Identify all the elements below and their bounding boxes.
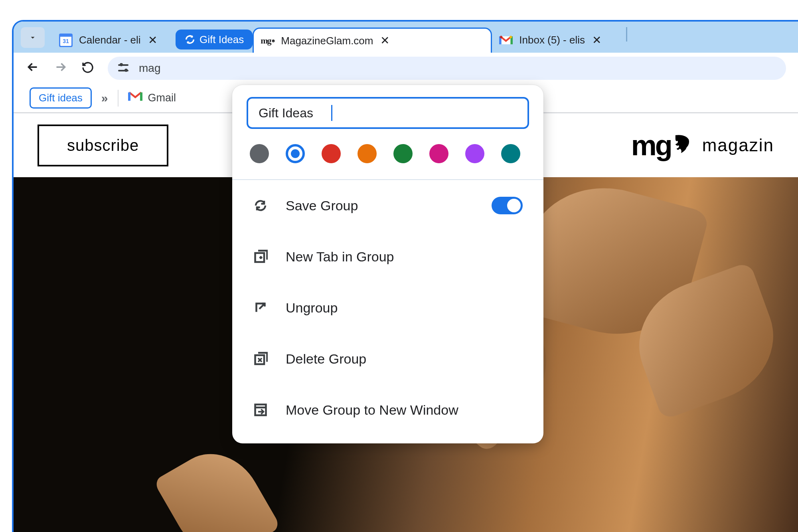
svg-point-0 bbox=[683, 137, 685, 140]
omnibox[interactable]: mag bbox=[108, 57, 786, 80]
bookmark-separator bbox=[118, 90, 119, 107]
delete-group-row[interactable]: Delete Group bbox=[232, 333, 543, 384]
color-grey[interactable] bbox=[250, 144, 269, 163]
color-cyan[interactable] bbox=[501, 144, 520, 163]
text-cursor bbox=[331, 105, 332, 121]
save-group-toggle[interactable] bbox=[492, 197, 523, 214]
gmail-icon bbox=[499, 34, 513, 47]
svg-rect-3 bbox=[255, 405, 266, 415]
calendar-icon bbox=[59, 34, 73, 47]
color-pink[interactable] bbox=[429, 144, 448, 163]
mg-icon: mg☻ bbox=[261, 34, 275, 47]
brand: mg magazin bbox=[631, 129, 774, 162]
gmail-icon bbox=[128, 91, 142, 105]
close-icon[interactable]: ✕ bbox=[148, 35, 157, 46]
new-tab-in-group-row[interactable]: New Tab in Group bbox=[232, 231, 543, 282]
color-green[interactable] bbox=[393, 144, 413, 163]
color-picker-row bbox=[232, 138, 543, 179]
tab-group-label-gift-ideas[interactable]: Gift Ideas bbox=[176, 30, 253, 49]
brand-text: magazin bbox=[702, 135, 774, 155]
bookmark-gmail[interactable]: Gmail bbox=[128, 91, 176, 105]
tab-separator bbox=[626, 27, 627, 42]
move-window-icon bbox=[253, 402, 268, 417]
tab-magazineglam-active[interactable]: mg☻ MagazineGlam.com ✕ bbox=[253, 28, 492, 53]
new-tab-icon bbox=[253, 249, 268, 264]
forward-button[interactable] bbox=[53, 60, 68, 77]
tab-inbox[interactable]: Inbox (5) - elis ✕ bbox=[492, 28, 624, 53]
brand-logo-icon: mg bbox=[631, 129, 692, 162]
site-settings-icon[interactable] bbox=[118, 63, 130, 73]
reload-button[interactable] bbox=[81, 61, 94, 75]
tab-calendar[interactable]: Calendar - eli ✕ bbox=[52, 28, 176, 53]
ungroup-label: Ungroup bbox=[286, 300, 338, 316]
tab-title: MagazineGlam.com bbox=[281, 35, 373, 47]
delete-group-label: Delete Group bbox=[286, 351, 366, 367]
ungroup-icon bbox=[253, 300, 268, 315]
close-icon[interactable]: ✕ bbox=[592, 35, 601, 46]
toolbar: mag bbox=[14, 53, 798, 84]
group-name-input-wrap[interactable] bbox=[247, 97, 529, 129]
tab-group-edit-popup: Save Group New Tab in Group Ungroup Dele… bbox=[232, 85, 543, 443]
tab-search-button[interactable] bbox=[21, 27, 45, 48]
omnibox-text: mag bbox=[139, 62, 160, 75]
sync-icon bbox=[253, 198, 268, 213]
move-window-label: Move Group to New Window bbox=[286, 402, 458, 418]
sync-icon bbox=[184, 34, 196, 45]
save-group-label: Save Group bbox=[286, 198, 358, 214]
group-name-input[interactable] bbox=[259, 106, 329, 121]
save-group-row[interactable]: Save Group bbox=[232, 180, 543, 231]
color-red[interactable] bbox=[322, 144, 341, 163]
back-button[interactable] bbox=[26, 60, 40, 77]
bookmark-label: Gmail bbox=[148, 92, 176, 104]
tab-group-title: Gift Ideas bbox=[200, 34, 244, 46]
delete-group-icon bbox=[253, 351, 268, 366]
subscribe-button[interactable]: subscribe bbox=[38, 125, 168, 166]
bookmark-overflow-icon[interactable]: » bbox=[101, 91, 108, 105]
tab-strip: Calendar - eli ✕ Gift Ideas mg☻ Magazine… bbox=[14, 22, 798, 53]
move-to-new-window-row[interactable]: Move Group to New Window bbox=[232, 384, 543, 435]
color-orange[interactable] bbox=[358, 144, 377, 163]
color-purple[interactable] bbox=[465, 144, 484, 163]
color-blue[interactable] bbox=[286, 144, 305, 163]
bookmark-group-chip[interactable]: Gift ideas bbox=[30, 87, 92, 109]
new-tab-label: New Tab in Group bbox=[286, 249, 394, 265]
tab-title: Calendar - eli bbox=[79, 34, 141, 46]
tab-title: Inbox (5) - elis bbox=[519, 34, 585, 46]
ungroup-row[interactable]: Ungroup bbox=[232, 282, 543, 333]
close-icon[interactable]: ✕ bbox=[380, 35, 389, 46]
